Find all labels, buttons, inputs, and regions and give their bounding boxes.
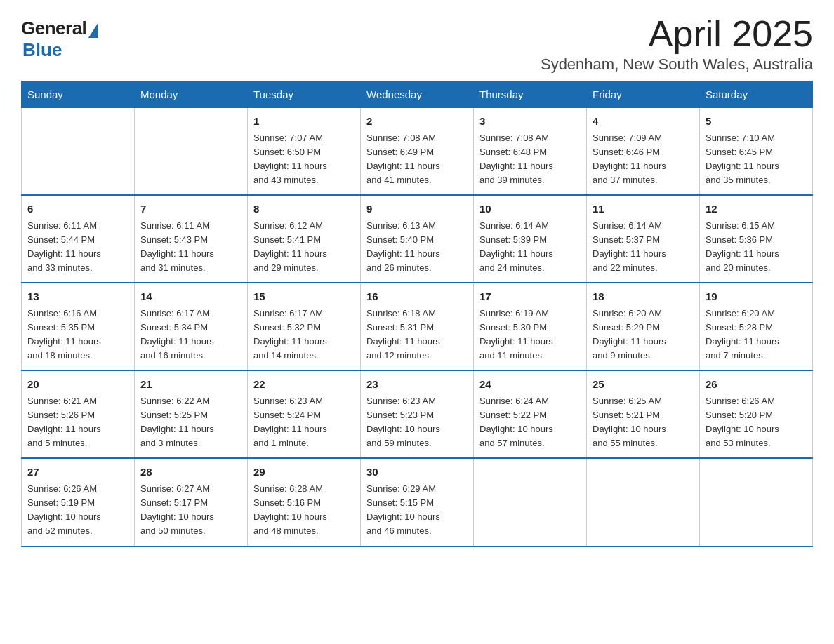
header-day-friday: Friday [587, 81, 700, 108]
day-info: Sunrise: 6:22 AM Sunset: 5:25 PM Dayligh… [140, 394, 241, 451]
page-subtitle: Sydenham, New South Wales, Australia [541, 55, 813, 74]
calendar-cell: 24Sunrise: 6:24 AM Sunset: 5:22 PM Dayli… [474, 370, 587, 458]
day-info: Sunrise: 6:19 AM Sunset: 5:30 PM Dayligh… [479, 307, 581, 363]
calendar-table: SundayMondayTuesdayWednesdayThursdayFrid… [21, 81, 813, 546]
calendar-cell: 11Sunrise: 6:14 AM Sunset: 5:37 PM Dayli… [587, 195, 700, 283]
calendar-cell: 4Sunrise: 7:09 AM Sunset: 6:46 PM Daylig… [587, 108, 700, 196]
calendar-cell: 20Sunrise: 6:21 AM Sunset: 5:26 PM Dayli… [22, 370, 135, 458]
logo: General Blue [21, 18, 98, 61]
day-info: Sunrise: 6:17 AM Sunset: 5:32 PM Dayligh… [253, 307, 355, 363]
day-info: Sunrise: 6:26 AM Sunset: 5:19 PM Dayligh… [27, 482, 128, 539]
day-info: Sunrise: 6:17 AM Sunset: 5:34 PM Dayligh… [140, 307, 241, 363]
day-info: Sunrise: 7:09 AM Sunset: 6:46 PM Dayligh… [593, 131, 694, 188]
calendar-cell: 15Sunrise: 6:17 AM Sunset: 5:32 PM Dayli… [248, 283, 361, 370]
calendar-cell [700, 458, 813, 546]
header-day-tuesday: Tuesday [248, 81, 361, 108]
day-number: 13 [27, 289, 128, 305]
day-number: 15 [253, 289, 355, 305]
day-info: Sunrise: 6:13 AM Sunset: 5:40 PM Dayligh… [366, 219, 468, 276]
calendar-cell: 19Sunrise: 6:20 AM Sunset: 5:28 PM Dayli… [700, 283, 813, 370]
calendar-week-5: 27Sunrise: 6:26 AM Sunset: 5:19 PM Dayli… [22, 458, 813, 546]
day-info: Sunrise: 6:20 AM Sunset: 5:28 PM Dayligh… [706, 307, 807, 363]
day-number: 2 [366, 114, 468, 130]
day-number: 9 [366, 201, 468, 217]
calendar-cell: 27Sunrise: 6:26 AM Sunset: 5:19 PM Dayli… [22, 458, 135, 546]
header-day-wednesday: Wednesday [361, 81, 474, 108]
logo-blue-text: Blue [22, 39, 62, 61]
day-number: 18 [593, 289, 694, 305]
day-number: 25 [593, 377, 694, 393]
day-number: 22 [253, 377, 355, 393]
day-number: 29 [253, 464, 355, 481]
calendar-cell: 8Sunrise: 6:12 AM Sunset: 5:41 PM Daylig… [248, 195, 361, 283]
calendar-cell: 12Sunrise: 6:15 AM Sunset: 5:36 PM Dayli… [700, 195, 813, 283]
logo-general-text: General [21, 18, 86, 39]
calendar-cell: 5Sunrise: 7:10 AM Sunset: 6:45 PM Daylig… [700, 108, 813, 196]
calendar-cell: 29Sunrise: 6:28 AM Sunset: 5:16 PM Dayli… [248, 458, 361, 546]
header-day-thursday: Thursday [474, 81, 587, 108]
day-number: 3 [479, 114, 581, 130]
calendar-cell [474, 458, 587, 546]
day-number: 16 [366, 289, 468, 305]
day-info: Sunrise: 6:20 AM Sunset: 5:29 PM Dayligh… [593, 307, 694, 363]
day-info: Sunrise: 6:14 AM Sunset: 5:39 PM Dayligh… [479, 219, 581, 276]
day-info: Sunrise: 6:15 AM Sunset: 5:36 PM Dayligh… [706, 219, 807, 276]
calendar-week-3: 13Sunrise: 6:16 AM Sunset: 5:35 PM Dayli… [22, 283, 813, 370]
calendar-body: 1Sunrise: 7:07 AM Sunset: 6:50 PM Daylig… [22, 108, 813, 546]
calendar-week-2: 6Sunrise: 6:11 AM Sunset: 5:44 PM Daylig… [22, 195, 813, 283]
calendar-cell: 7Sunrise: 6:11 AM Sunset: 5:43 PM Daylig… [135, 195, 248, 283]
calendar-cell: 9Sunrise: 6:13 AM Sunset: 5:40 PM Daylig… [361, 195, 474, 283]
day-info: Sunrise: 6:26 AM Sunset: 5:20 PM Dayligh… [706, 394, 807, 451]
day-info: Sunrise: 6:11 AM Sunset: 5:43 PM Dayligh… [140, 219, 241, 276]
day-info: Sunrise: 6:18 AM Sunset: 5:31 PM Dayligh… [366, 307, 468, 363]
day-number: 17 [479, 289, 581, 305]
day-number: 4 [593, 114, 694, 130]
day-info: Sunrise: 6:28 AM Sunset: 5:16 PM Dayligh… [253, 482, 355, 539]
calendar-cell: 26Sunrise: 6:26 AM Sunset: 5:20 PM Dayli… [700, 370, 813, 458]
header-day-saturday: Saturday [700, 81, 813, 108]
calendar-cell: 22Sunrise: 6:23 AM Sunset: 5:24 PM Dayli… [248, 370, 361, 458]
day-info: Sunrise: 6:21 AM Sunset: 5:26 PM Dayligh… [27, 394, 128, 451]
day-info: Sunrise: 6:23 AM Sunset: 5:24 PM Dayligh… [253, 394, 355, 451]
calendar-cell: 30Sunrise: 6:29 AM Sunset: 5:15 PM Dayli… [361, 458, 474, 546]
day-number: 19 [706, 289, 807, 305]
day-number: 30 [366, 464, 468, 481]
calendar-cell: 6Sunrise: 6:11 AM Sunset: 5:44 PM Daylig… [22, 195, 135, 283]
day-info: Sunrise: 6:12 AM Sunset: 5:41 PM Dayligh… [253, 219, 355, 276]
calendar-cell [135, 108, 248, 196]
day-number: 6 [27, 201, 128, 217]
calendar-cell: 18Sunrise: 6:20 AM Sunset: 5:29 PM Dayli… [587, 283, 700, 370]
day-info: Sunrise: 6:23 AM Sunset: 5:23 PM Dayligh… [366, 394, 468, 451]
day-number: 14 [140, 289, 241, 305]
day-info: Sunrise: 7:07 AM Sunset: 6:50 PM Dayligh… [253, 131, 355, 188]
day-number: 7 [140, 201, 241, 217]
day-number: 26 [706, 377, 807, 393]
calendar-cell: 14Sunrise: 6:17 AM Sunset: 5:34 PM Dayli… [135, 283, 248, 370]
calendar-cell: 16Sunrise: 6:18 AM Sunset: 5:31 PM Dayli… [361, 283, 474, 370]
day-info: Sunrise: 6:25 AM Sunset: 5:21 PM Dayligh… [593, 394, 694, 451]
day-info: Sunrise: 6:11 AM Sunset: 5:44 PM Dayligh… [27, 219, 128, 276]
calendar-cell: 21Sunrise: 6:22 AM Sunset: 5:25 PM Dayli… [135, 370, 248, 458]
calendar-cell [22, 108, 135, 196]
calendar-cell [587, 458, 700, 546]
day-number: 20 [27, 377, 128, 393]
day-info: Sunrise: 7:10 AM Sunset: 6:45 PM Dayligh… [706, 131, 807, 188]
header-row: SundayMondayTuesdayWednesdayThursdayFrid… [22, 81, 813, 108]
day-number: 21 [140, 377, 241, 393]
day-info: Sunrise: 6:14 AM Sunset: 5:37 PM Dayligh… [593, 219, 694, 276]
day-number: 28 [140, 464, 241, 481]
logo-triangle-icon [88, 22, 98, 38]
day-number: 10 [479, 201, 581, 217]
day-info: Sunrise: 7:08 AM Sunset: 6:49 PM Dayligh… [366, 131, 468, 188]
calendar-week-4: 20Sunrise: 6:21 AM Sunset: 5:26 PM Dayli… [22, 370, 813, 458]
calendar-cell: 23Sunrise: 6:23 AM Sunset: 5:23 PM Dayli… [361, 370, 474, 458]
calendar-cell: 28Sunrise: 6:27 AM Sunset: 5:17 PM Dayli… [135, 458, 248, 546]
day-info: Sunrise: 6:24 AM Sunset: 5:22 PM Dayligh… [479, 394, 581, 451]
day-number: 23 [366, 377, 468, 393]
day-info: Sunrise: 6:16 AM Sunset: 5:35 PM Dayligh… [27, 307, 128, 363]
calendar-cell: 1Sunrise: 7:07 AM Sunset: 6:50 PM Daylig… [248, 108, 361, 196]
calendar-cell: 3Sunrise: 7:08 AM Sunset: 6:48 PM Daylig… [474, 108, 587, 196]
day-number: 11 [593, 201, 694, 217]
calendar-cell: 10Sunrise: 6:14 AM Sunset: 5:39 PM Dayli… [474, 195, 587, 283]
page-header: General Blue April 2025 Sydenham, New So… [21, 14, 813, 74]
